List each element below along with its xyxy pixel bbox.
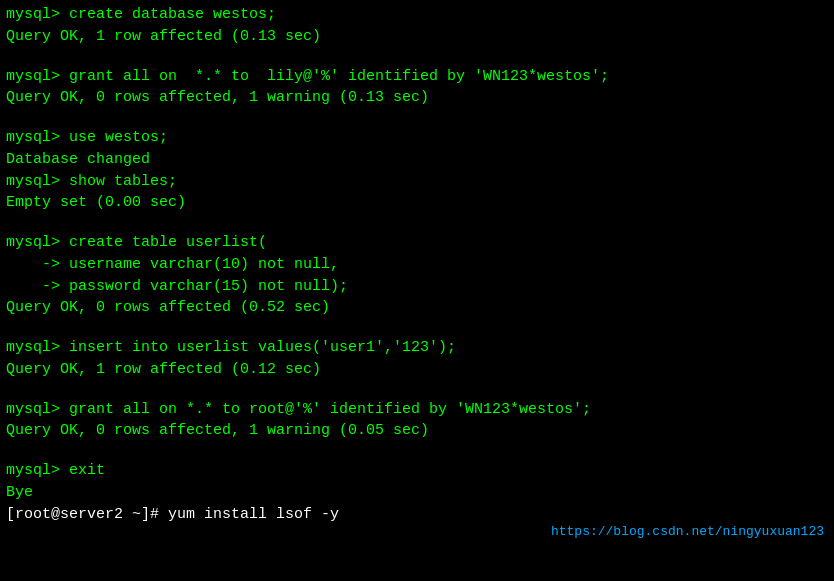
mysql-prompt-line: mysql> grant all on *.* to lily@'%' iden… [6,66,828,88]
mysql-output-line: Query OK, 1 row affected (0.13 sec) [6,26,828,48]
blank-line [6,442,828,460]
blank-line [6,109,828,127]
mysql-prompt-line: mysql> insert into userlist values('user… [6,337,828,359]
mysql-prompt-line: mysql> create database westos; [6,4,828,26]
watermark: https://blog.csdn.net/ningyuxuan123 [551,524,824,539]
blank-line [6,48,828,66]
mysql-output-line: Query OK, 1 row affected (0.12 sec) [6,359,828,381]
mysql-output-line: -> password varchar(15) not null); [6,276,828,298]
mysql-prompt-line: mysql> show tables; [6,171,828,193]
mysql-prompt-line: mysql> grant all on *.* to root@'%' iden… [6,399,828,421]
bash-line: [root@server2 ~]# yum install lsof -y [6,504,828,526]
bash-prompt: [root@server2 ~]# yum install lsof -y [6,506,339,523]
mysql-output-line: Query OK, 0 rows affected, 1 warning (0.… [6,87,828,109]
mysql-output-line: Query OK, 0 rows affected (0.52 sec) [6,297,828,319]
mysql-output-line: Database changed [6,149,828,171]
mysql-prompt-line: mysql> exit [6,460,828,482]
blank-line [6,381,828,399]
mysql-output-line: Empty set (0.00 sec) [6,192,828,214]
mysql-prompt-line: mysql> use westos; [6,127,828,149]
mysql-output-line: Query OK, 0 rows affected, 1 warning (0.… [6,420,828,442]
mysql-output-line: Bye [6,482,828,504]
blank-line [6,319,828,337]
mysql-output-line: -> username varchar(10) not null, [6,254,828,276]
blank-line [6,214,828,232]
mysql-prompt-line: mysql> create table userlist( [6,232,828,254]
terminal-window: mysql> create database westos;Query OK, … [0,0,834,581]
